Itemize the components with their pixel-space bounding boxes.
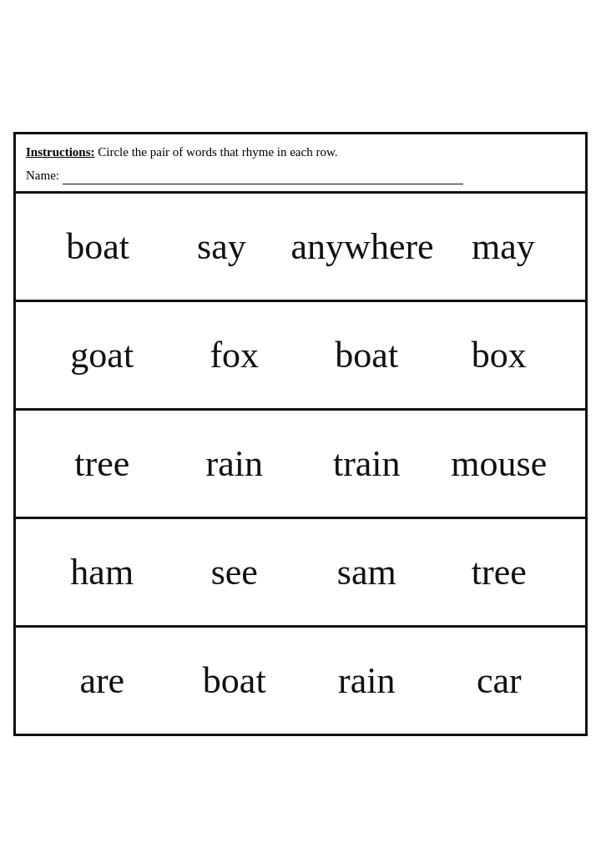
row-1: boat say anywhere may <box>16 194 585 302</box>
word-row3-3: mouse <box>445 442 553 485</box>
word-row1-2: anywhere <box>291 225 434 268</box>
word-row5-2: rain <box>312 659 421 702</box>
row-2: goat fox boat box <box>16 302 585 411</box>
word-row2-0: goat <box>48 334 156 376</box>
instructions-label: Instructions: <box>26 145 95 159</box>
word-row3-2: train <box>312 442 421 485</box>
word-row4-0: ham <box>48 551 156 593</box>
word-row4-2: sam <box>312 551 421 593</box>
row-4: ham see sam tree <box>16 519 585 628</box>
word-row2-2: boat <box>312 334 421 376</box>
instructions-text: Circle the pair of words that rhyme in e… <box>95 145 338 159</box>
word-row2-3: box <box>445 334 553 376</box>
row-5: are boat rain car <box>16 628 585 734</box>
word-row5-3: car <box>445 659 553 702</box>
word-row4-1: see <box>180 551 289 593</box>
row-3: tree rain train mouse <box>16 411 585 519</box>
word-row2-1: fox <box>180 334 289 376</box>
word-row1-3: may <box>449 225 558 268</box>
word-row1-0: boat <box>43 225 152 268</box>
name-underline[interactable] <box>63 165 463 185</box>
word-row3-0: tree <box>48 442 156 485</box>
name-label: Name: <box>26 169 59 182</box>
instructions-box: Instructions: Circle the pair of words t… <box>16 134 585 194</box>
word-row3-1: rain <box>180 442 289 485</box>
word-row5-1: boat <box>180 659 289 702</box>
word-row4-3: tree <box>445 551 553 593</box>
name-line: Name: <box>26 165 575 185</box>
word-row5-0: are <box>48 659 156 702</box>
word-row1-1: say <box>167 225 275 268</box>
worksheet: Instructions: Circle the pair of words t… <box>13 132 588 736</box>
